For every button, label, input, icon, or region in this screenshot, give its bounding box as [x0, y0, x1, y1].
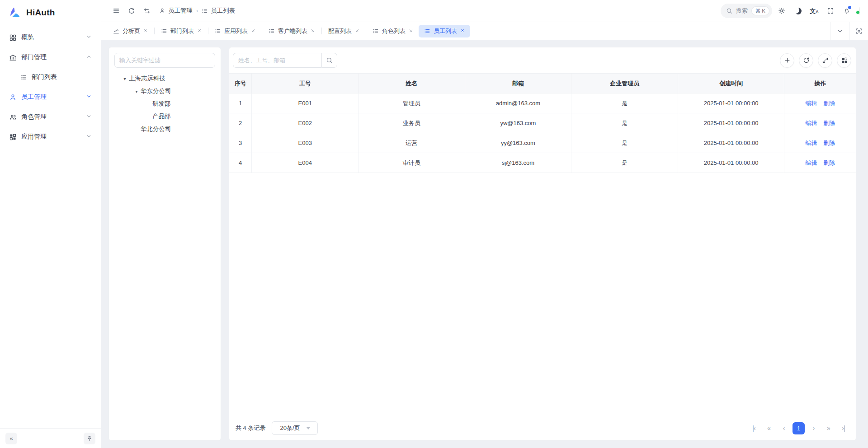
top-header: 员工管理 › 员工列表 搜索 ⌘ K 文A	[101, 0, 868, 22]
plus-icon	[784, 57, 791, 64]
chart-icon	[113, 28, 119, 34]
user-avatar[interactable]	[859, 7, 860, 14]
caret-down-icon[interactable]: ▾	[132, 89, 141, 94]
tab-close-icon[interactable]	[311, 28, 315, 34]
tab-separator	[262, 28, 262, 34]
refresh-icon[interactable]	[125, 4, 138, 18]
delete-link[interactable]: 删除	[823, 100, 835, 107]
tab-config-list[interactable]: 配置列表	[323, 25, 365, 37]
tab-role-list[interactable]: 角色列表	[367, 25, 419, 37]
delete-link[interactable]: 删除	[823, 120, 835, 126]
breadcrumb: 员工管理 › 员工列表	[159, 7, 235, 15]
sidebar-item-label: 部门管理	[21, 53, 81, 61]
table-footer: 共 4 条记录 20条/页 |‹ « ‹ 1 › » ›|	[229, 417, 856, 440]
tab-maximize-icon[interactable]	[849, 22, 868, 40]
swap-arrows-icon[interactable]	[140, 4, 154, 18]
edit-link[interactable]: 编辑	[805, 100, 817, 107]
tab-department-list[interactable]: 部门列表	[156, 25, 207, 37]
department-tree-panel: ▾ 上海志远科技 ▾ 华东分公司 研发部 产品部 华北分公司	[108, 47, 221, 441]
fullscreen-icon[interactable]	[824, 4, 837, 18]
tab-separator	[321, 28, 322, 34]
dashboard-icon	[9, 34, 17, 42]
pin-icon[interactable]	[84, 433, 95, 444]
refresh-table-button[interactable]	[799, 53, 813, 68]
table-toolbar	[229, 47, 856, 73]
sidebar-item-roles[interactable]: 角色管理	[5, 107, 96, 126]
chevron-down-icon	[86, 133, 92, 140]
columns-icon	[841, 57, 848, 64]
edit-link[interactable]: 编辑	[805, 120, 817, 126]
page-size-select[interactable]: 20条/页	[272, 421, 318, 435]
sidebar-item-label: 员工管理	[21, 93, 81, 101]
first-page-button[interactable]: |‹	[748, 422, 760, 434]
tab-analysis[interactable]: 分析页	[108, 25, 153, 37]
column-header: 创建时间	[678, 74, 784, 93]
next-page-button[interactable]: ›	[807, 422, 820, 434]
table-actions	[780, 53, 851, 68]
delete-link[interactable]: 删除	[823, 140, 835, 146]
jump-back-button[interactable]: «	[763, 422, 775, 434]
tab-list-chevron-icon[interactable]	[830, 22, 849, 40]
app-name: HiAuth	[26, 8, 55, 18]
sidebar-item-label: 角色管理	[21, 113, 81, 121]
chevron-down-icon	[86, 34, 92, 41]
prev-page-button[interactable]: ‹	[778, 422, 790, 434]
sidebar-nav: 概览 部门管理 部门列表 员工管理 角色管理	[0, 25, 101, 428]
team-icon	[9, 113, 17, 121]
tree-node[interactable]: ▾ 华东分公司	[114, 85, 215, 98]
table-search-button[interactable]	[321, 53, 337, 68]
add-record-button[interactable]	[780, 53, 794, 68]
notifications-bell-icon[interactable]	[840, 4, 854, 18]
tab-employee-list[interactable]: 员工列表	[419, 25, 470, 37]
tab-client-list[interactable]: 客户端列表	[263, 25, 321, 37]
table-row: 4 E004 审计员 sj@163.com 是 2025-01-01 00:00…	[229, 153, 856, 173]
jump-forward-button[interactable]: »	[822, 422, 835, 434]
last-page-button[interactable]: ›|	[837, 422, 849, 434]
tab-separator	[154, 28, 155, 34]
delete-link[interactable]: 删除	[823, 159, 835, 166]
global-search-button[interactable]: 搜索 ⌘ K	[721, 4, 772, 18]
tab-close-icon[interactable]	[143, 28, 148, 34]
expand-table-button[interactable]	[818, 53, 832, 68]
list-icon	[215, 28, 221, 34]
hamburger-menu-icon[interactable]	[109, 4, 123, 18]
dark-mode-moon-icon[interactable]	[791, 4, 805, 18]
tree-node[interactable]: ▾ 上海志远科技	[114, 72, 215, 85]
breadcrumb-item[interactable]: 员工管理	[159, 7, 193, 15]
language-translate-icon[interactable]: 文A	[807, 4, 821, 18]
sidebar-item-overview[interactable]: 概览	[5, 28, 96, 47]
column-header: 邮箱	[465, 74, 571, 93]
list-icon	[269, 28, 275, 34]
tree-node[interactable]: 产品部	[114, 110, 215, 123]
notification-badge	[848, 6, 851, 9]
tab-close-icon[interactable]	[197, 28, 202, 34]
column-settings-button[interactable]	[837, 53, 851, 68]
tab-close-icon[interactable]	[355, 28, 359, 34]
edit-link[interactable]: 编辑	[805, 140, 817, 146]
sidebar-item-applications[interactable]: 应用管理	[5, 127, 96, 146]
caret-down-icon[interactable]: ▾	[121, 76, 129, 81]
tab-close-icon[interactable]	[251, 28, 255, 34]
tab-application-list[interactable]: 应用列表	[209, 25, 261, 37]
shortcut-badge: ⌘ K	[751, 6, 769, 15]
tree-node[interactable]: 华北分公司	[114, 123, 215, 135]
edit-link[interactable]: 编辑	[805, 159, 817, 166]
caret-down-icon	[307, 427, 310, 429]
sidebar-item-employees[interactable]: 员工管理	[5, 88, 96, 107]
page-number-button[interactable]: 1	[793, 422, 805, 434]
sidebar-item-departments[interactable]: 部门管理	[5, 48, 96, 67]
breadcrumb-item[interactable]: 员工列表	[202, 7, 235, 15]
tab-close-icon[interactable]	[460, 28, 465, 34]
tree-node[interactable]: 研发部	[114, 98, 215, 110]
app-root: HiAuth 概览 部门管理 部门列表 员工管理	[0, 0, 868, 448]
record-count: 共 4 条记录	[236, 424, 265, 432]
tree-filter-input[interactable]	[114, 53, 215, 68]
sidebar-item-department-list[interactable]: 部门列表	[5, 68, 96, 87]
column-header: 序号	[229, 74, 252, 93]
employee-table-panel: 序号 工号 姓名 邮箱 企业管理员 创建时间 操作 1 E001	[229, 47, 856, 441]
tab-close-icon[interactable]	[409, 28, 413, 34]
table-search-input[interactable]	[233, 53, 321, 68]
settings-gear-icon[interactable]	[775, 4, 788, 18]
sidebar-collapse-button[interactable]: «	[5, 433, 17, 444]
table-header-row: 序号 工号 姓名 邮箱 企业管理员 创建时间 操作	[229, 74, 856, 93]
